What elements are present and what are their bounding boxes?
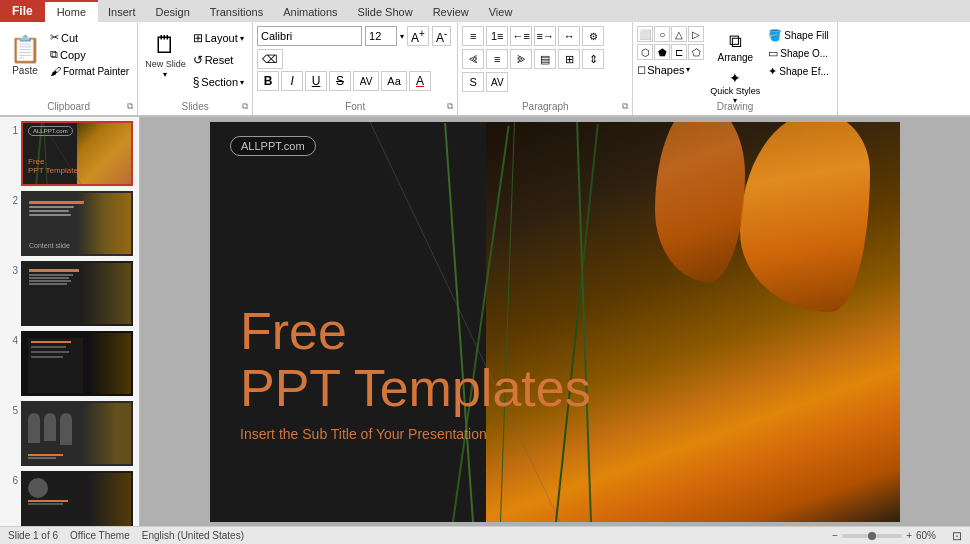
char-spacing-btn2[interactable]: AV [486, 72, 508, 92]
new-slide-button[interactable]: 🗒 New Slide ▾ [142, 26, 189, 84]
file-tab[interactable]: File [0, 0, 45, 22]
font-color-button[interactable]: A [409, 71, 431, 91]
zoom-controls[interactable]: − + 60% [832, 530, 936, 541]
cut-button[interactable]: ✂ Cut [48, 30, 131, 45]
decrease-indent-button[interactable]: ←≡ [510, 26, 532, 46]
slide-title-area[interactable]: Free PPT Templates Insert the Sub Title … [240, 303, 591, 441]
strikethrough-button[interactable]: S [329, 71, 351, 91]
arrange-button[interactable]: ⧉ Arrange [706, 28, 764, 66]
allppt-badge: ALLPPT.com [230, 136, 316, 156]
tab-home[interactable]: Home [45, 0, 98, 22]
font-group: ▾ A+ A- ⌫ B I U S AV Aa A Font ⧉ [253, 22, 458, 115]
change-case-button[interactable]: Aa [381, 71, 407, 91]
paragraph-group: ≡ 1≡ ←≡ ≡→ ↔ ⚙ ⫷ ≡ ⫸ ▤ ⊞ ⇕ S AV Paragrap… [458, 22, 633, 115]
slides-panel: 1 ALLPPT.com FreePPT Templates [0, 117, 140, 526]
slide-thumbnail-6[interactable]: 6 [0, 471, 139, 526]
zoom-level: 60% [916, 530, 936, 541]
paste-button[interactable]: 📋 Paste [4, 26, 46, 84]
arrange-icon: ⧉ [729, 31, 742, 52]
shape-thumb-3[interactable]: △ [671, 26, 687, 42]
tab-slideshow[interactable]: Slide Show [348, 2, 423, 22]
copy-icon: ⧉ [50, 48, 58, 61]
paste-label: Paste [12, 65, 38, 76]
clear-format-button[interactable]: ⌫ [257, 49, 283, 69]
line-spacing-button[interactable]: ⇕ [582, 49, 604, 69]
convert-to-smartart-button[interactable]: ⚙ [582, 26, 604, 46]
align-center-button[interactable]: ≡ [486, 49, 508, 69]
shape-thumb-1[interactable]: ⬜ [637, 26, 653, 42]
numbering-button[interactable]: 1≡ [486, 26, 508, 46]
slides-expand-icon[interactable]: ⧉ [242, 101, 248, 112]
font-group-label: Font [253, 101, 457, 112]
tab-insert[interactable]: Insert [98, 2, 146, 22]
language-info: English (United States) [142, 530, 244, 541]
slide-thumbnail-5[interactable]: 5 [0, 401, 139, 466]
char-spacing-button[interactable]: AV [353, 71, 379, 91]
slide-thumbnail-4[interactable]: 4 [0, 331, 139, 396]
fit-slide-button[interactable]: ⊡ [952, 529, 962, 543]
layout-icon: ⊞ [193, 31, 203, 45]
slides-group: 🗒 New Slide ▾ ⊞ Layout▾ ↺ Reset § Sectio… [138, 22, 253, 115]
paste-icon: 📋 [9, 34, 41, 65]
slide-count: Slide 1 of 6 [8, 530, 58, 541]
shape-fill-icon: 🪣 [768, 29, 782, 42]
reset-icon: ↺ [193, 53, 203, 67]
tab-transitions[interactable]: Transitions [200, 2, 273, 22]
clipboard-expand-icon[interactable]: ⧉ [127, 101, 133, 112]
slide-subtitle: Insert the Sub Title of Your Presentatio… [240, 426, 591, 442]
slide-title-line2: PPT Templates [240, 360, 591, 417]
tab-animations[interactable]: Animations [273, 2, 347, 22]
slide-number-3: 3 [4, 261, 18, 276]
bold-button[interactable]: B [257, 71, 279, 91]
justify-button[interactable]: ▤ [534, 49, 556, 69]
slide-number-5: 5 [4, 401, 18, 416]
shape-thumb-6[interactable]: ⬟ [654, 44, 670, 60]
increase-font-size-button[interactable]: A+ [407, 26, 429, 46]
new-slide-icon: 🗒 [153, 31, 177, 59]
format-painter-button[interactable]: 🖌 Format Painter [48, 64, 131, 78]
zoom-out-icon[interactable]: − [832, 530, 838, 541]
shape-outline-button[interactable]: ▭ Shape O... [766, 46, 830, 61]
shape-thumb-7[interactable]: ⊏ [671, 44, 687, 60]
shapes-label-btn[interactable]: ◻ Shapes ▾ [637, 63, 689, 76]
tab-design[interactable]: Design [146, 2, 200, 22]
zoom-slider[interactable] [842, 534, 902, 538]
layout-button[interactable]: ⊞ Layout▾ [191, 28, 246, 48]
shape-effects-button[interactable]: ✦ Shape Ef... [766, 64, 830, 79]
font-expand-icon[interactable]: ⧉ [447, 101, 453, 112]
copy-button[interactable]: ⧉ Copy [48, 47, 131, 62]
shape-thumb-2[interactable]: ○ [654, 26, 670, 42]
reset-button[interactable]: ↺ Reset [191, 50, 246, 70]
slide-thumbnail-3[interactable]: 3 [0, 261, 139, 326]
shape-effects-icon: ✦ [768, 65, 777, 78]
font-name-input[interactable] [257, 26, 362, 46]
align-left-button[interactable]: ⫷ [462, 49, 484, 69]
zoom-in-icon[interactable]: + [906, 530, 912, 541]
tab-review[interactable]: Review [423, 2, 479, 22]
font-size-input[interactable] [365, 26, 397, 46]
text-shadow-button[interactable]: S [462, 72, 484, 92]
column-button[interactable]: ⊞ [558, 49, 580, 69]
slide-thumbnail-1[interactable]: 1 ALLPPT.com FreePPT Templates [0, 121, 139, 186]
bullets-button[interactable]: ≡ [462, 26, 484, 46]
shape-thumb-5[interactable]: ⬡ [637, 44, 653, 60]
section-icon: § [193, 75, 200, 89]
paragraph-expand-icon[interactable]: ⧉ [622, 101, 628, 112]
shape-fill-button[interactable]: 🪣 Shape Fill [766, 28, 830, 43]
slide-number-4: 4 [4, 331, 18, 346]
section-button[interactable]: § Section▾ [191, 72, 246, 92]
tab-view[interactable]: View [479, 2, 523, 22]
text-direction-button[interactable]: ↔ [558, 26, 580, 46]
increase-indent-button[interactable]: ≡→ [534, 26, 556, 46]
shape-thumb-8[interactable]: ⬠ [688, 44, 704, 60]
slides-group-label: Slides [138, 101, 252, 112]
slide-thumbnail-2[interactable]: 2 Content slide [0, 191, 139, 256]
align-right-button[interactable]: ⫸ [510, 49, 532, 69]
underline-button[interactable]: U [305, 71, 327, 91]
italic-button[interactable]: I [281, 71, 303, 91]
shape-outline-icon: ▭ [768, 47, 778, 60]
clipboard-label: Clipboard [0, 101, 137, 112]
decrease-font-size-button[interactable]: A- [432, 26, 451, 46]
main-slide[interactable]: ALLPPT.com Free PPT Templates Insert the… [210, 122, 900, 522]
shape-thumb-4[interactable]: ▷ [688, 26, 704, 42]
